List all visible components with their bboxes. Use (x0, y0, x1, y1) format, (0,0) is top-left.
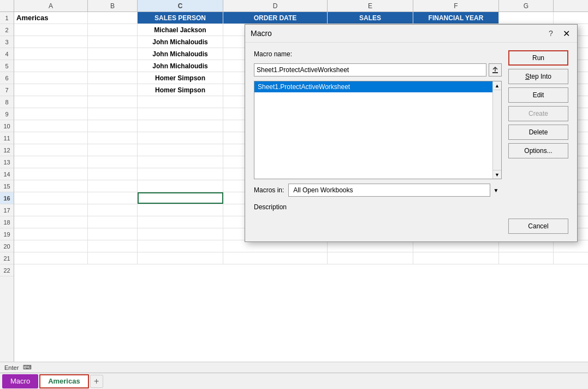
tab-bar: Macro Americas + (0, 373, 588, 389)
cell-c7[interactable]: Homer Simpson (138, 84, 223, 96)
cell-c4[interactable]: John Michaloudis (138, 48, 223, 60)
table-row: Americas SALES PERSON ORDER DATE SALES F… (14, 12, 588, 24)
macro-dialog: Macro ? ✕ Macro name: She (245, 24, 578, 242)
status-mode: Enter (4, 364, 19, 371)
macros-in-select-wrapper: All Open Workbooks This Workbook ▼ (288, 184, 502, 197)
cell-c6[interactable]: Homer Simpson (138, 72, 223, 84)
row-num-19[interactable]: 19 (0, 228, 14, 240)
scrollbar-down[interactable]: ▼ (493, 170, 501, 179)
row-num-2[interactable]: 2 (0, 24, 14, 36)
row-num-22[interactable]: 22 (0, 264, 14, 276)
col-header-e[interactable]: E (328, 0, 413, 11)
row-num-9[interactable]: 9 (0, 108, 14, 120)
col-header-d[interactable]: D (223, 0, 328, 11)
row-num-16[interactable]: 16 (0, 192, 14, 204)
col-header-g[interactable]: G (499, 0, 554, 11)
dialog-controls: ? ✕ (545, 28, 572, 39)
cell-c1[interactable]: SALES PERSON (138, 12, 223, 23)
cell-a6[interactable] (14, 72, 88, 84)
row-num-3[interactable]: 3 (0, 36, 14, 48)
table-row (14, 252, 588, 264)
col-header-a[interactable]: A (14, 0, 88, 11)
row-num-15[interactable]: 15 (0, 180, 14, 192)
row-num-14[interactable]: 14 (0, 168, 14, 180)
row-num-20[interactable]: 20 (0, 240, 14, 252)
tab-add-button[interactable]: + (90, 375, 103, 388)
cell-a3[interactable] (14, 36, 88, 48)
col-header-f[interactable]: F (413, 0, 499, 11)
dialog-help-button[interactable]: ? (545, 28, 556, 39)
macro-name-label: Macro name: (254, 50, 502, 58)
scrollbar-up[interactable]: ▲ (493, 81, 501, 90)
row-num-18[interactable]: 18 (0, 216, 14, 228)
cell-d1[interactable]: ORDER DATE (223, 12, 328, 23)
column-headers: A B C D E F G (0, 0, 588, 12)
cell-a5[interactable] (14, 60, 88, 72)
row-numbers: 1 2 3 4 5 6 7 8 9 10 11 12 13 14 15 16 1… (0, 12, 14, 373)
status-bar: Enter ⌨ (0, 362, 588, 373)
macros-in-row: Macros in: All Open Workbooks This Workb… (254, 184, 502, 197)
delete-button[interactable]: Delete (508, 125, 568, 140)
cell-a7[interactable] (14, 84, 88, 96)
macro-list-container[interactable]: Sheet1.ProtectActiveWorksheet ▲ ▼ (254, 81, 502, 179)
row-num-12[interactable]: 12 (0, 144, 14, 156)
cell-b4[interactable] (88, 48, 138, 60)
dialog-close-button[interactable]: ✕ (561, 28, 572, 39)
macros-in-select[interactable]: All Open Workbooks This Workbook (288, 184, 502, 197)
col-header-b[interactable]: B (88, 0, 138, 11)
create-button[interactable]: Create (508, 106, 568, 121)
row-num-11[interactable]: 11 (0, 132, 14, 144)
tab-macro[interactable]: Macro (2, 374, 38, 388)
options-button[interactable]: Options... (508, 143, 568, 158)
dialog-left-panel: Macro name: Sheet1.ProtectActiveWorkshee… (254, 50, 502, 211)
row-num-10[interactable]: 10 (0, 120, 14, 132)
corner-cell (0, 0, 14, 11)
svg-rect-0 (492, 72, 498, 73)
macro-list-item[interactable]: Sheet1.ProtectActiveWorksheet (254, 81, 501, 92)
step-into-button[interactable]: Step Into (508, 69, 568, 84)
cell-b2[interactable] (88, 24, 138, 36)
tab-americas[interactable]: Americas (39, 374, 89, 388)
row-num-13[interactable]: 13 (0, 156, 14, 168)
run-button[interactable]: Run (508, 50, 568, 66)
cell-b3[interactable] (88, 36, 138, 48)
cell-a2[interactable] (14, 24, 88, 36)
row-num-1[interactable]: 1 (0, 12, 14, 24)
cell-e1[interactable]: SALES (328, 12, 413, 23)
cell-a1[interactable]: Americas (14, 12, 88, 23)
row-num-7[interactable]: 7 (0, 84, 14, 96)
cell-b6[interactable] (88, 72, 138, 84)
cell-b1[interactable] (88, 12, 138, 23)
cell-a8[interactable] (14, 96, 88, 108)
cell-g1[interactable] (499, 12, 554, 23)
cell-b7[interactable] (88, 84, 138, 96)
dialog-title: Macro (251, 29, 272, 38)
row-num-4[interactable]: 4 (0, 48, 14, 60)
dialog-titlebar: Macro ? ✕ (245, 25, 577, 43)
macro-name-upload-button[interactable] (489, 63, 502, 76)
macro-name-row (254, 63, 502, 76)
dialog-footer: Cancel (245, 219, 577, 241)
macros-in-label: Macros in: (254, 186, 284, 194)
row-num-5[interactable]: 5 (0, 60, 14, 72)
description-label: Description (254, 203, 502, 211)
cell-c5[interactable]: John Michaloudis (138, 60, 223, 72)
cancel-button[interactable]: Cancel (508, 219, 568, 234)
cell-f1[interactable]: FINANCIAL YEAR (413, 12, 499, 23)
row-num-17[interactable]: 17 (0, 204, 14, 216)
row-num-6[interactable]: 6 (0, 72, 14, 84)
cell-b5[interactable] (88, 60, 138, 72)
cell-a4[interactable] (14, 48, 88, 60)
dialog-body: Macro name: Sheet1.ProtectActiveWorkshee… (245, 43, 577, 219)
edit-button[interactable]: Edit (508, 87, 568, 103)
row-num-8[interactable]: 8 (0, 96, 14, 108)
keyboard-icon: ⌨ (23, 364, 32, 371)
row-num-21[interactable]: 21 (0, 252, 14, 264)
table-row (14, 240, 588, 252)
col-header-c[interactable]: C (138, 0, 223, 11)
cell-c3[interactable]: John Michaloudis (138, 36, 223, 48)
macro-name-input[interactable] (254, 63, 486, 76)
cell-c16-active[interactable] (138, 192, 223, 204)
cell-c2[interactable]: Michael Jackson (138, 24, 223, 36)
dialog-right-panel: Run Step Into Edit Create Delete Options… (508, 50, 568, 211)
